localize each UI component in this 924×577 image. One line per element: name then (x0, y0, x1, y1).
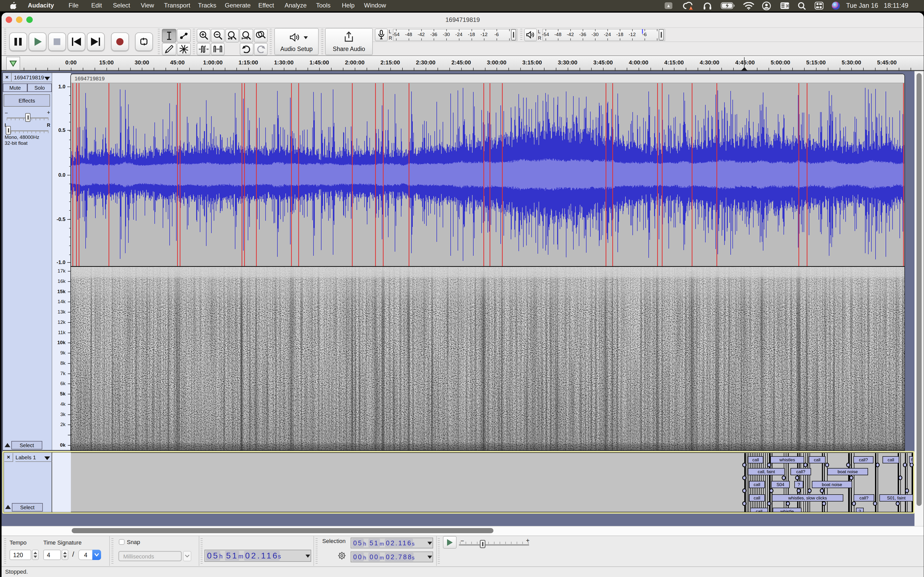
svg-text:⌘: ⌘ (785, 4, 790, 8)
